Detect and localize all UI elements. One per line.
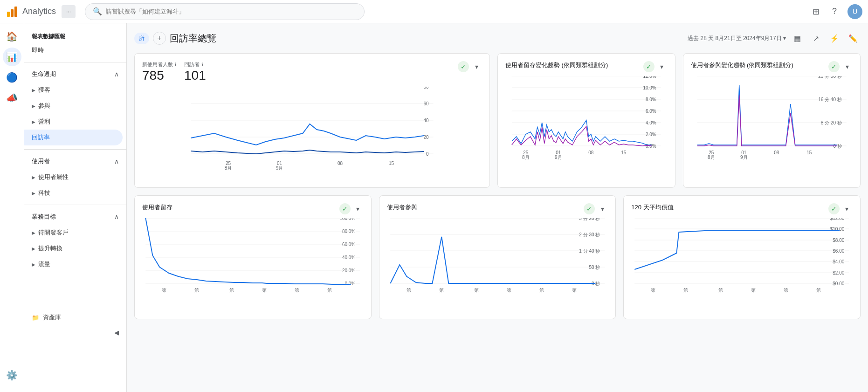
retention-trend-svg: 12.0% 10.0% 8.0% 6.0% 4.0% 2.0% 0.0% 25 …: [505, 76, 668, 160]
sidebar-lifecycle-group[interactable]: 生命週期 ∧: [24, 66, 126, 82]
sidebar-advertising-icon[interactable]: 📣: [3, 89, 21, 107]
date-range-selector[interactable]: 過去 28 天 8月21日至 2024年9月17日 ▾: [688, 34, 786, 42]
sidebar-item-library[interactable]: 📁 資產庫: [24, 309, 126, 325]
page-header-left: 所 + 回訪率總覽: [134, 32, 216, 45]
svg-text:9月: 9月: [555, 155, 562, 160]
insights-btn[interactable]: ⚡: [827, 31, 842, 46]
metrics-group: 新使用者人數 ℹ 785 回訪者 ℹ 101: [142, 61, 206, 83]
sidebar-item-convert[interactable]: ▶ 提升轉換: [24, 241, 126, 256]
retention-trend-chart: 12.0% 10.0% 8.0% 6.0% 4.0% 2.0% 0.0% 25 …: [505, 76, 668, 169]
svg-text:80.0%: 80.0%: [342, 229, 355, 234]
acquire-label: 獲客: [38, 86, 50, 94]
svg-text:第: 第: [684, 288, 689, 293]
svg-text:第: 第: [651, 288, 656, 293]
page-tag[interactable]: 所: [134, 33, 149, 44]
sidebar-explore-icon[interactable]: 🔵: [3, 68, 21, 87]
sidebar-settings-icon[interactable]: ⚙️: [3, 366, 21, 385]
library-icon: 📁: [32, 314, 39, 321]
card5-header: 使用者參與 ✓ ▾: [387, 203, 608, 214]
card1-check-btn[interactable]: ✓: [458, 61, 469, 72]
svg-text:9月: 9月: [276, 165, 283, 171]
retention-label: 回訪率: [32, 133, 50, 142]
avg-value-svg: $12.00 $10.00 $8.00 $6.00 $4.00 $2.00 $0…: [631, 218, 853, 307]
sidebar-item-immediate[interactable]: 即時: [24, 42, 126, 58]
search-input[interactable]: [106, 8, 357, 15]
tech-label: 科技: [38, 189, 50, 197]
sidebar-item-user-attr[interactable]: ▶ 使用者屬性: [24, 169, 126, 185]
card6-title: 120 天平均價值: [631, 203, 673, 212]
sidebar-item-traffic[interactable]: ▶ 流量: [24, 256, 126, 272]
new-users-label: 新使用者人數 ℹ: [142, 61, 177, 68]
svg-text:第: 第: [751, 288, 756, 293]
monetize-label: 營利: [38, 117, 50, 126]
sidebar-item-engage[interactable]: ▶ 參與: [24, 98, 126, 114]
svg-text:第: 第: [507, 288, 511, 293]
card6-check-btn[interactable]: ✓: [828, 203, 840, 214]
returning-info-icon: ℹ: [201, 62, 203, 67]
sidebar-item-tech[interactable]: ▶ 科技: [24, 185, 126, 201]
card-user-retention: 使用者留存 ✓ ▾ 100.0% 80.0% 60.0%: [134, 195, 372, 319]
svg-text:第: 第: [439, 288, 444, 293]
avatar[interactable]: U: [847, 4, 862, 19]
card5-dropdown-btn[interactable]: ▾: [597, 203, 608, 214]
card4-check-btn[interactable]: ✓: [339, 203, 351, 214]
svg-text:$12.00: $12.00: [830, 218, 845, 221]
convert-arrow: ▶: [32, 246, 35, 251]
apps-icon[interactable]: ⊞: [810, 6, 821, 17]
card-overview-header: 新使用者人數 ℹ 785 回訪者 ℹ 101 ✓: [142, 61, 482, 83]
card3-check-btn[interactable]: ✓: [828, 61, 840, 72]
compare-btn[interactable]: ▦: [790, 31, 805, 46]
svg-text:8月: 8月: [225, 165, 232, 171]
users-chevron: ∧: [114, 158, 119, 165]
svg-text:15: 15: [389, 161, 394, 166]
account-selector[interactable]: ···: [62, 5, 76, 18]
svg-text:08: 08: [338, 161, 343, 166]
card3-header: 使用者參與變化趨勢 (依同類群組劃分) ✓ ▾: [691, 61, 853, 72]
help-icon[interactable]: ?: [829, 6, 840, 17]
sidebar-reports-icon[interactable]: 📊: [3, 48, 21, 66]
svg-text:0: 0: [426, 151, 429, 157]
sidebar-users-group[interactable]: 使用者 ∧: [24, 153, 126, 169]
svg-text:100.0%: 100.0%: [339, 218, 355, 221]
sidebar-home-icon[interactable]: 🏠: [3, 27, 21, 46]
sidebar-item-develop[interactable]: ▶ 待開發客戶: [24, 225, 126, 241]
sidebar-collapse-btn[interactable]: ◀: [114, 329, 119, 336]
add-comparison-btn[interactable]: +: [153, 32, 166, 45]
main-content: 所 + 回訪率總覽 過去 28 天 8月21日至 2024年9月17日 ▾ ▦ …: [127, 23, 868, 392]
card6-header: 120 天平均價值 ✓ ▾: [631, 203, 853, 214]
engagement-trend-svg: 25 分 00 秒 16 分 40 秒 8 分 20 秒 0 秒 25 8月 0…: [691, 76, 853, 160]
card2-header: 使用者留存變化趨勢 (依同類群組劃分) ✓ ▾: [505, 61, 668, 72]
card1-dropdown-btn[interactable]: ▾: [471, 61, 482, 72]
svg-text:80: 80: [423, 87, 429, 89]
svg-text:25 分 00 秒: 25 分 00 秒: [818, 76, 842, 79]
card2-check-btn[interactable]: ✓: [643, 61, 654, 72]
sidebar-divider-2: [24, 149, 126, 150]
card5-check-btn[interactable]: ✓: [584, 203, 595, 214]
sidebar-item-monetize[interactable]: ▶ 營利: [24, 114, 126, 130]
analytics-logo-icon: [6, 5, 19, 18]
card3-dropdown-btn[interactable]: ▾: [841, 61, 853, 72]
card-user-engagement: 使用者參與 ✓ ▾ 3 分 20 秒 2 分 30 秒 1 分 40 秒: [379, 195, 616, 319]
engage-label: 參與: [38, 102, 50, 110]
library-label: 資產庫: [43, 313, 61, 322]
svg-rect-2: [14, 7, 17, 17]
svg-text:15: 15: [806, 150, 812, 155]
svg-text:第: 第: [817, 288, 821, 293]
card4-dropdown-btn[interactable]: ▾: [352, 203, 364, 214]
card-overview: 新使用者人數 ℹ 785 回訪者 ℹ 101 ✓: [134, 53, 490, 188]
lifecycle-label: 生命週期: [32, 70, 56, 78]
sidebar-business-group[interactable]: 業務目標 ∧: [24, 209, 126, 225]
user-engagement-chart: 3 分 20 秒 2 分 30 秒 1 分 40 秒 50 秒 0 秒 第 第 …: [387, 218, 608, 311]
svg-text:40.0%: 40.0%: [342, 255, 355, 260]
search-box[interactable]: 🔍: [85, 3, 365, 20]
page-header: 所 + 回訪率總覽 過去 28 天 8月21日至 2024年9月17日 ▾ ▦ …: [134, 31, 861, 46]
share-btn[interactable]: ↗: [808, 31, 823, 46]
sidebar-item-acquire[interactable]: ▶ 獲客: [24, 82, 126, 98]
sidebar-item-retention[interactable]: 回訪率: [24, 130, 123, 145]
card2-dropdown-btn[interactable]: ▾: [656, 61, 668, 72]
card6-dropdown-btn[interactable]: ▾: [841, 203, 853, 214]
edit-btn[interactable]: ✏️: [846, 31, 861, 46]
search-icon: 🔍: [93, 7, 102, 16]
avg-value-chart: $12.00 $10.00 $8.00 $6.00 $4.00 $2.00 $0…: [631, 218, 853, 311]
new-users-info-icon: ℹ: [175, 62, 177, 67]
